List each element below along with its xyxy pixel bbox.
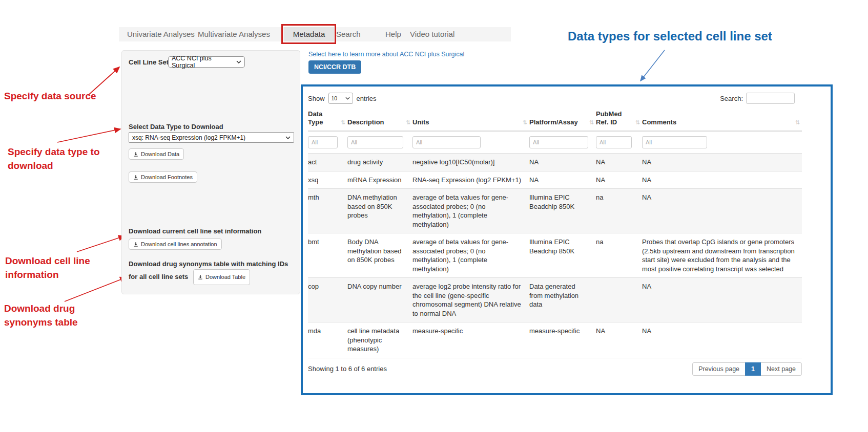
cell-comments: Probes that overlap CpG islands or gene … <box>642 233 802 278</box>
pagination-page-1-button[interactable]: 1 <box>745 362 761 376</box>
annotation-download-drug-synonyms: Download drug synonyms table <box>4 301 78 329</box>
pagination-next-button[interactable]: Next page <box>761 362 802 376</box>
download-icon <box>133 152 138 157</box>
nav-tab-search[interactable]: Search <box>336 27 361 41</box>
chevron-down-icon <box>236 60 241 63</box>
cell-description: Body DNA methylation based on 850K probe… <box>347 233 412 278</box>
filter-input-platform-assay[interactable] <box>529 136 588 148</box>
data-type-select[interactable]: xsq: RNA-seq Expression (log2 FPKM+1) <box>129 132 294 143</box>
cell-data-type: mth <box>308 189 347 233</box>
download-table-button[interactable]: Download Table <box>193 269 250 285</box>
download-icon <box>133 175 138 180</box>
cell-platform-assay: measure-specific <box>529 322 596 358</box>
data-types-table: Data Type⇅ Description⇅ Units⇅ Platform/… <box>308 107 802 358</box>
data-type-value: xsq: RNA-seq Expression (log2 FPKM+1) <box>132 134 245 141</box>
cell-description: cell line metadata (phenotypic measures) <box>347 322 412 358</box>
cell-comments: NA <box>642 154 802 171</box>
column-label: Data Type <box>308 110 323 126</box>
filter-input-description[interactable] <box>347 136 403 148</box>
cell-data-type: bmt <box>308 233 347 278</box>
cell-pubmed-ref-id: NA <box>596 322 642 358</box>
filter-input-units[interactable] <box>412 136 481 148</box>
annotation-line: synonyms table <box>4 315 78 329</box>
cell-line-set-label: Cell Line Set <box>129 58 169 66</box>
cell-units: average of beta values for gene-associat… <box>412 189 529 233</box>
cell-data-type: cop <box>308 278 347 322</box>
sort-icon[interactable]: ⇅ <box>341 118 345 126</box>
annotation-line: Specify data type to <box>8 145 100 159</box>
arrow-specify-type <box>57 129 120 142</box>
table-row: bmt Body DNA methylation based on 850K p… <box>308 233 802 278</box>
cell-comments: NA <box>642 189 802 233</box>
learn-more-link[interactable]: Select here to learn more about ACC NCI … <box>308 51 464 58</box>
nci-ccr-dtb-button[interactable]: NCI/CCR DTB <box>308 60 361 74</box>
column-header-units[interactable]: Units⇅ <box>412 107 529 131</box>
download-icon <box>133 242 138 247</box>
entries-label: entries <box>357 95 377 102</box>
cell-platform-assay: NA <box>529 171 596 189</box>
chevron-down-icon <box>285 136 291 139</box>
cell-units: negative log10[IC50(molar)] <box>412 154 529 171</box>
arrow-data-types <box>640 50 665 81</box>
annotation-specify-data-type: Specify data type to download <box>8 145 100 172</box>
chevron-down-icon <box>345 97 350 100</box>
filter-row <box>308 131 802 154</box>
annotation-line: Download drug <box>4 301 78 315</box>
download-table-label: Download Table <box>205 272 245 283</box>
column-label: PubMed Ref. ID <box>596 110 622 126</box>
sort-icon[interactable]: ⇅ <box>406 118 410 126</box>
table-row: mth DNA methylation based on 850K probes… <box>308 189 802 233</box>
column-header-description[interactable]: Description⇅ <box>347 107 412 131</box>
download-cell-lines-annotation-button[interactable]: Download cell lines annotation <box>129 239 222 250</box>
nav-tab-help[interactable]: Help <box>385 27 401 41</box>
top-navbar: Univariate Analyses Multivariate Analyse… <box>119 27 511 41</box>
table-row: cop DNA copy number average log2 probe i… <box>308 278 802 322</box>
table-summary: Showing 1 to 6 of 6 entries <box>308 365 387 373</box>
download-data-button[interactable]: Download Data <box>129 148 184 160</box>
sort-icon[interactable]: ⇅ <box>635 118 640 126</box>
cell-description: drug activity <box>347 154 412 171</box>
sort-icon[interactable]: ⇅ <box>523 118 527 126</box>
annotation-specify-data-source: Specify data source <box>4 89 96 103</box>
column-header-comments[interactable]: Comments⇅ <box>642 107 802 131</box>
cell-units: average of beta values for gene-associat… <box>412 233 529 278</box>
show-label: Show <box>308 95 325 102</box>
column-label: Description <box>347 118 384 126</box>
column-header-data-type[interactable]: Data Type⇅ <box>308 107 347 131</box>
download-footnotes-label: Download Footnotes <box>141 174 193 180</box>
sort-icon[interactable]: ⇅ <box>795 118 800 126</box>
search-label: Search: <box>720 95 743 102</box>
table-search-control: Search: <box>720 93 795 104</box>
cell-units: RNA-seq Expression (log2 FPKM+1) <box>412 171 529 189</box>
column-header-platform-assay[interactable]: Platform/Assay⇅ <box>529 107 596 131</box>
current-cell-line-info-label: Download current cell line set informati… <box>129 227 261 235</box>
cell-description: DNA copy number <box>347 278 412 322</box>
cell-data-type: mda <box>308 322 347 358</box>
column-label: Comments <box>642 118 676 126</box>
download-data-label: Download Data <box>141 151 179 157</box>
nav-tab-multivariate-analyses[interactable]: Multivariate Analyses <box>198 27 270 41</box>
filter-input-pubmed-ref-id[interactable] <box>596 136 632 148</box>
cell-comments: NA <box>642 171 802 189</box>
download-footnotes-button[interactable]: Download Footnotes <box>129 171 197 183</box>
header-row: Data Type⇅ Description⇅ Units⇅ Platform/… <box>308 107 802 131</box>
cell-pubmed-ref-id: NA <box>596 154 642 171</box>
column-label: Platform/Assay <box>529 118 578 126</box>
cell-line-set-select[interactable]: ACC NCI plus Surgical <box>168 56 245 68</box>
cell-platform-assay: Illumina EPIC Beadchip 850K <box>529 189 596 233</box>
nav-tab-video-tutorial[interactable]: Video tutorial <box>410 27 454 41</box>
cell-platform-assay: Data generated from methylation data <box>529 278 596 322</box>
column-header-pubmed-ref-id[interactable]: PubMed Ref. ID⇅ <box>596 107 642 131</box>
table-row: xsq mRNA Expression RNA-seq Expression (… <box>308 171 802 189</box>
nav-tab-univariate-analyses[interactable]: Univariate Analyses <box>127 27 195 41</box>
metadata-highlight-box <box>281 24 336 44</box>
filter-input-data-type[interactable] <box>308 136 338 148</box>
sort-icon[interactable]: ⇅ <box>589 118 594 126</box>
pagination-previous-button[interactable]: Previous page <box>692 362 745 376</box>
download-icon <box>198 274 203 280</box>
table-search-input[interactable] <box>746 93 795 104</box>
cell-units: measure-specific <box>412 322 529 358</box>
cell-platform-assay: NA <box>529 154 596 171</box>
entries-select[interactable]: 10 <box>328 93 353 104</box>
filter-input-comments[interactable] <box>642 136 707 148</box>
